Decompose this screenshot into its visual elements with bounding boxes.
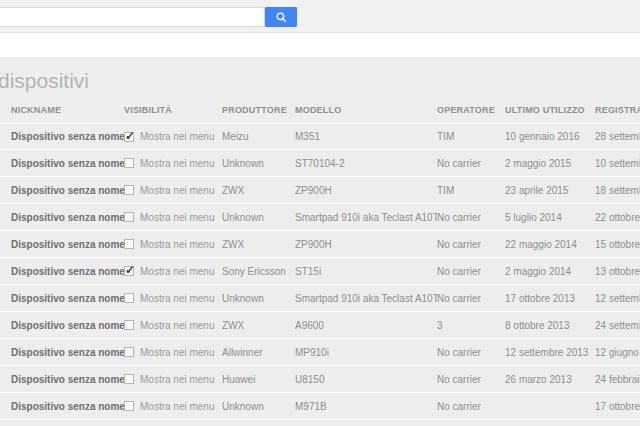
device-carrier: 3 xyxy=(437,320,505,331)
visibility-checkbox[interactable] xyxy=(124,374,134,384)
visibility-cell: Mostra nei menu xyxy=(124,158,222,169)
visibility-cell: Mostra nei menu xyxy=(124,320,222,331)
visibility-checkbox[interactable] xyxy=(124,293,134,303)
device-manufacturer: ZWX xyxy=(222,185,295,196)
visibility-label: Mostra nei menu xyxy=(140,131,214,142)
top-search-bar xyxy=(0,0,640,33)
table-row: Dispositivo senza nome Mostra nei menu Z… xyxy=(0,231,640,258)
device-carrier: No carrier xyxy=(437,212,505,223)
device-manufacturer: ZWX xyxy=(222,320,295,331)
device-model: A9600 xyxy=(295,320,437,331)
table-row: Dispositivo senza nome Mostra nei menu M… xyxy=(0,123,640,150)
device-model: MP910i xyxy=(295,347,437,358)
device-nickname: Dispositivo senza nome xyxy=(11,239,124,250)
device-carrier: No carrier xyxy=(437,158,505,169)
device-nickname: Dispositivo senza nome xyxy=(11,320,124,331)
visibility-label: Mostra nei menu xyxy=(140,158,214,169)
visibility-label: Mostra nei menu xyxy=(140,293,214,304)
white-band xyxy=(0,33,640,57)
device-model: Smartpad 910i aka Teclast A10T xyxy=(295,212,437,223)
visibility-checkbox[interactable] xyxy=(124,185,134,195)
visibility-checkbox[interactable] xyxy=(124,239,134,249)
visibility-label: Mostra nei menu xyxy=(140,239,214,250)
device-carrier: No carrier xyxy=(437,239,505,250)
device-carrier: TIM xyxy=(437,185,505,196)
device-nickname: Dispositivo senza nome xyxy=(11,158,124,169)
visibility-cell: Mostra nei menu xyxy=(124,401,222,412)
device-last-used: 26 marzo 2013 xyxy=(505,374,595,385)
device-nickname: Dispositivo senza nome xyxy=(11,185,124,196)
device-carrier: No carrier xyxy=(437,293,505,304)
visibility-checkbox[interactable] xyxy=(124,401,134,411)
device-nickname: Dispositivo senza nome xyxy=(11,131,124,142)
device-registered: 13 ottobre 201 xyxy=(595,266,640,277)
devices-section: dispositivi NICKNAME VISIBILITÀ PRODUTTO… xyxy=(0,57,640,426)
search-button[interactable] xyxy=(265,7,297,27)
table-row: Dispositivo senza nome Mostra nei menu Z… xyxy=(0,312,640,339)
visibility-label: Mostra nei menu xyxy=(140,212,214,223)
device-registered: 12 settembre 2 xyxy=(595,293,640,304)
device-registered: 10 settembre 2 xyxy=(595,158,640,169)
device-manufacturer: Huawei xyxy=(222,374,295,385)
table-body: Dispositivo senza nome Mostra nei menu M… xyxy=(0,123,640,420)
column-header-modello: MODELLO xyxy=(295,105,437,115)
visibility-label: Mostra nei menu xyxy=(140,347,214,358)
table-row: Dispositivo senza nome Mostra nei menu H… xyxy=(0,366,640,393)
device-registered: 17 ottobre 201 xyxy=(595,401,640,412)
visibility-cell: Mostra nei menu xyxy=(124,239,222,250)
device-last-used: 22 maggio 2014 xyxy=(505,239,595,250)
device-last-used: 23 aprile 2015 xyxy=(505,185,595,196)
visibility-checkbox[interactable] xyxy=(124,132,134,142)
device-nickname: Dispositivo senza nome xyxy=(11,293,124,304)
device-registered: 24 settembre 2 xyxy=(595,320,640,331)
device-model: ZP900H xyxy=(295,239,437,250)
column-header-operatore: OPERATORE xyxy=(437,105,505,115)
visibility-checkbox[interactable] xyxy=(124,320,134,330)
visibility-label: Mostra nei menu xyxy=(140,401,214,412)
visibility-cell: Mostra nei menu xyxy=(124,266,222,277)
device-last-used: 10 gennaio 2016 xyxy=(505,131,595,142)
device-manufacturer: Unknown xyxy=(222,293,295,304)
table-row: Dispositivo senza nome Mostra nei menu S… xyxy=(0,258,640,285)
device-carrier: No carrier xyxy=(437,401,505,412)
table-row: Dispositivo senza nome Mostra nei menu Z… xyxy=(0,177,640,204)
visibility-checkbox[interactable] xyxy=(124,347,134,357)
column-header-visibility: VISIBILITÀ xyxy=(124,105,222,115)
visibility-label: Mostra nei menu xyxy=(140,266,214,277)
table-row: Dispositivo senza nome Mostra nei menu A… xyxy=(0,339,640,366)
column-header-nickname: NICKNAME xyxy=(11,105,124,115)
visibility-cell: Mostra nei menu xyxy=(124,131,222,142)
table-header-row: NICKNAME VISIBILITÀ PRODUTTORE MODELLO O… xyxy=(0,96,640,123)
visibility-cell: Mostra nei menu xyxy=(124,293,222,304)
device-carrier: No carrier xyxy=(437,266,505,277)
device-registered: 22 ottobre 201 xyxy=(595,212,640,223)
device-manufacturer: Unknown xyxy=(222,212,295,223)
visibility-label: Mostra nei menu xyxy=(140,374,214,385)
search-input[interactable] xyxy=(0,7,265,27)
device-nickname: Dispositivo senza nome xyxy=(11,347,124,358)
visibility-label: Mostra nei menu xyxy=(140,185,214,196)
device-model: M971B xyxy=(295,401,437,412)
device-last-used: 17 ottobre 2013 xyxy=(505,293,595,304)
visibility-label: Mostra nei menu xyxy=(140,320,214,331)
column-header-registrato: REGISTRATO IN xyxy=(595,105,640,115)
device-nickname: Dispositivo senza nome xyxy=(11,266,124,277)
visibility-cell: Mostra nei menu xyxy=(124,185,222,196)
device-registered: 24 febbraio 201 xyxy=(595,374,640,385)
device-last-used: 5 luglio 2014 xyxy=(505,212,595,223)
device-registered: 12 giugno 2013 xyxy=(595,347,640,358)
visibility-checkbox[interactable] xyxy=(124,212,134,222)
device-last-used: 2 maggio 2015 xyxy=(505,158,595,169)
device-nickname: Dispositivo senza nome xyxy=(11,374,124,385)
page-title: dispositivi xyxy=(0,57,640,92)
search-icon xyxy=(275,11,288,24)
table-row: Dispositivo senza nome Mostra nei menu U… xyxy=(0,150,640,177)
visibility-checkbox[interactable] xyxy=(124,266,134,276)
device-registered: 15 ottobre 201 xyxy=(595,239,640,250)
device-manufacturer: Unknown xyxy=(222,401,295,412)
device-manufacturer: Unknown xyxy=(222,158,295,169)
visibility-cell: Mostra nei menu xyxy=(124,374,222,385)
device-model: ST15i xyxy=(295,266,437,277)
visibility-checkbox[interactable] xyxy=(124,158,134,168)
device-registered: 18 settembre 2 xyxy=(595,185,640,196)
